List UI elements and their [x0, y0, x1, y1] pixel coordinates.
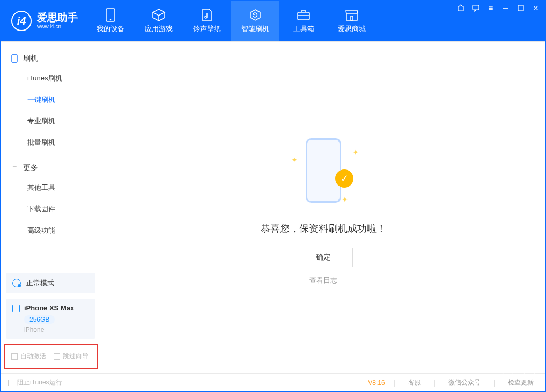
- store-icon: [345, 8, 359, 22]
- svg-rect-8: [12, 55, 17, 62]
- device-capacity: 256GB: [24, 315, 55, 324]
- sidebar-item-batch-flash[interactable]: 批量刷机: [1, 132, 101, 153]
- theme-icon[interactable]: [456, 4, 465, 12]
- tab-toolbox[interactable]: 工具箱: [279, 1, 328, 41]
- sidebar-item-other-tools[interactable]: 其他工具: [1, 177, 101, 198]
- minimize-button[interactable]: ─: [501, 4, 510, 12]
- status-link-support[interactable]: 客服: [404, 378, 425, 387]
- tab-store[interactable]: 爱思商城: [328, 1, 376, 41]
- version-label: V8.16: [368, 379, 385, 387]
- statusbar: 阻止iTunes运行 V8.16 | 客服 | 微信公众号 | 检查更新: [1, 373, 545, 391]
- device-icon: [104, 8, 117, 22]
- sidebar-item-itunes-flash[interactable]: iTunes刷机: [1, 68, 101, 89]
- checkbox-icon: [54, 353, 60, 360]
- checkbox-label: 自动激活: [20, 352, 46, 361]
- brand-url: www.i4.cn: [37, 24, 78, 29]
- refresh-icon: [248, 8, 262, 22]
- sidebar-group-flash: 刷机: [1, 49, 101, 68]
- tab-ringtones-wallpapers[interactable]: 铃声壁纸: [183, 1, 231, 41]
- music-file-icon: [200, 8, 214, 22]
- tab-smart-flash[interactable]: 智能刷机: [231, 1, 279, 41]
- success-illustration: ✓ ✦ ✦ ✦: [291, 138, 356, 208]
- device-mode-card[interactable]: 正常模式: [6, 273, 95, 293]
- view-log-link[interactable]: 查看日志: [309, 276, 337, 285]
- sidebar-group-more: ≡ 更多: [1, 159, 101, 177]
- logo-icon: i4: [11, 11, 32, 31]
- menu-icon[interactable]: ≡: [486, 4, 495, 12]
- main-content: ✓ ✦ ✦ ✦ 恭喜您，保资料刷机成功啦！ 确定 查看日志: [101, 42, 545, 373]
- checkbox-auto-activate[interactable]: 自动激活: [11, 352, 46, 361]
- nav-tabs: 我的设备 应用游戏 铃声壁纸 智能刷机 工具箱 爱思商城: [86, 1, 376, 41]
- svg-rect-5: [473, 5, 479, 10]
- sidebar-item-pro-flash[interactable]: 专业刷机: [1, 110, 101, 132]
- maximize-button[interactable]: [517, 4, 525, 12]
- checkbox-label: 跳过向导: [63, 352, 88, 361]
- sidebar: 刷机 iTunes刷机 一键刷机 专业刷机 批量刷机 ≡ 更多 其他工具 下载固…: [1, 42, 101, 373]
- svg-point-7: [528, 376, 531, 379]
- mode-icon: [12, 279, 21, 287]
- checkbox-label: 阻止iTunes运行: [17, 378, 62, 387]
- brand-name: 爱思助手: [37, 12, 78, 24]
- sidebar-nav: 刷机 iTunes刷机 一键刷机 专业刷机 批量刷机 ≡ 更多 其他工具 下载固…: [1, 42, 101, 271]
- phone-outline-icon: [306, 138, 341, 203]
- svg-rect-2: [298, 12, 309, 20]
- user-icon[interactable]: [522, 371, 537, 386]
- spark-icon: ✦: [352, 148, 359, 157]
- device-name: iPhone XS Max: [24, 304, 74, 312]
- sidebar-item-oneclick-flash[interactable]: 一键刷机: [1, 89, 101, 110]
- tab-label: 工具箱: [293, 24, 314, 34]
- device-icon: [12, 305, 20, 312]
- spark-icon: ✦: [342, 195, 348, 204]
- check-circle-icon: ✓: [335, 169, 353, 188]
- status-link-wechat[interactable]: 微信公众号: [444, 378, 485, 387]
- checkbox-skip-guide[interactable]: 跳过向导: [54, 352, 88, 361]
- app-logo: i4 爱思助手 www.i4.cn: [1, 11, 86, 31]
- close-button[interactable]: ✕: [532, 4, 540, 12]
- tab-apps-games[interactable]: 应用游戏: [135, 1, 183, 41]
- titlebar: i4 爱思助手 www.i4.cn 我的设备 应用游戏 铃声壁纸 智能刷机: [1, 1, 545, 41]
- list-icon: ≡: [10, 164, 19, 172]
- checkbox-icon: [11, 353, 18, 360]
- toolbox-icon: [297, 8, 311, 22]
- tab-label: 应用游戏: [145, 24, 173, 34]
- tab-label: 爱思商城: [338, 24, 366, 34]
- tab-label: 我的设备: [97, 24, 124, 34]
- sidebar-item-advanced[interactable]: 高级功能: [1, 220, 101, 241]
- tab-label: 铃声壁纸: [193, 24, 221, 34]
- feedback-icon[interactable]: [471, 4, 480, 12]
- checkbox-block-itunes[interactable]: 阻止iTunes运行: [8, 378, 62, 387]
- header-right-icons: [500, 371, 537, 386]
- sidebar-bottom-options: 自动激活 跳过向导: [4, 344, 98, 369]
- content-body: 刷机 iTunes刷机 一键刷机 专业刷机 批量刷机 ≡ 更多 其他工具 下载固…: [1, 41, 545, 373]
- device-type: iPhone: [24, 326, 89, 334]
- download-icon[interactable]: [500, 371, 515, 386]
- logo-text: 爱思助手 www.i4.cn: [37, 12, 78, 29]
- app-window: i4 爱思助手 www.i4.cn 我的设备 应用游戏 铃声壁纸 智能刷机: [0, 0, 546, 392]
- group-title: 刷机: [23, 54, 38, 63]
- group-title: 更多: [23, 163, 38, 173]
- tab-my-device[interactable]: 我的设备: [86, 1, 135, 41]
- window-controls: ≡ ─ ✕: [456, 4, 540, 12]
- success-message: 恭喜您，保资料刷机成功啦！: [261, 222, 386, 235]
- spark-icon: ✦: [291, 156, 298, 164]
- ok-button[interactable]: 确定: [294, 248, 353, 267]
- sidebar-item-download-firmware[interactable]: 下载固件: [1, 198, 101, 220]
- svg-rect-4: [351, 16, 353, 20]
- cube-icon: [152, 8, 166, 22]
- phone-icon: [10, 54, 19, 63]
- svg-rect-6: [518, 5, 523, 11]
- device-card[interactable]: iPhone XS Max 256GB iPhone: [6, 299, 95, 339]
- tab-label: 智能刷机: [241, 24, 269, 34]
- svg-point-1: [110, 19, 112, 21]
- checkbox-icon: [8, 380, 14, 386]
- device-mode-label: 正常模式: [26, 278, 54, 288]
